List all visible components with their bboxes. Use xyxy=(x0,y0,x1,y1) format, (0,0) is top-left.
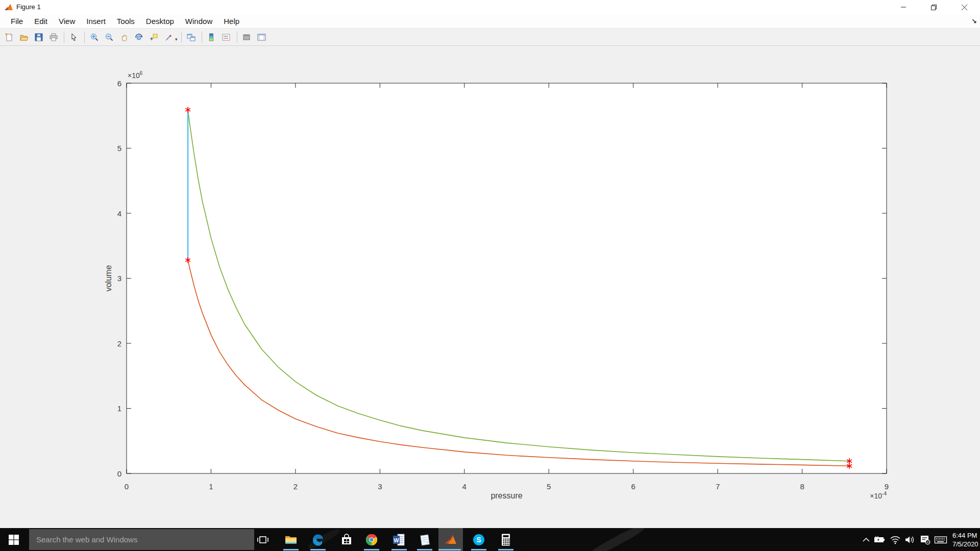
link-plot-button[interactable] xyxy=(184,31,198,44)
taskbar-calculator[interactable] xyxy=(495,528,517,551)
edge-icon xyxy=(311,533,325,546)
pointer-icon xyxy=(69,33,79,42)
show-plot-tools-icon xyxy=(257,33,266,42)
x-axis-label: pressure xyxy=(491,491,522,500)
action-center-icon xyxy=(920,535,931,545)
running-indicator xyxy=(417,549,432,550)
zoom-in-button[interactable] xyxy=(87,31,101,44)
zoom-out-button[interactable] xyxy=(102,31,116,44)
taskbar-store[interactable] xyxy=(335,528,358,551)
close-button[interactable] xyxy=(951,0,977,14)
chrome-icon xyxy=(365,533,378,546)
figure-toolbar: ▾ xyxy=(0,29,980,46)
word-icon: W xyxy=(393,533,406,546)
show-plot-tools-button[interactable] xyxy=(255,31,268,44)
svg-text:5: 5 xyxy=(547,482,551,491)
notes-app-icon xyxy=(418,533,431,546)
insert-colorbar-button[interactable] xyxy=(205,31,218,44)
figure-titlebar: Figure 1 xyxy=(0,0,980,14)
keyboard-icon xyxy=(934,535,947,544)
running-indicator xyxy=(438,549,461,550)
svg-text:0: 0 xyxy=(117,469,121,478)
new-figure-icon xyxy=(5,33,14,42)
tray-clock[interactable]: 6:44 PM 7/5/2020 xyxy=(952,531,980,548)
taskbar-chrome[interactable] xyxy=(360,528,383,551)
new-figure-button[interactable] xyxy=(2,31,16,44)
task-view-button[interactable] xyxy=(252,528,274,551)
toolbar-separator xyxy=(202,32,202,43)
tray-volume[interactable] xyxy=(902,530,918,550)
data-cursor-button[interactable] xyxy=(146,31,160,44)
start-button[interactable] xyxy=(6,532,21,547)
tray-touch-keyboard[interactable] xyxy=(933,530,948,550)
tray-network[interactable] xyxy=(888,530,903,550)
insert-legend-button[interactable] xyxy=(219,31,233,44)
menu-insert[interactable]: Insert xyxy=(81,14,111,28)
save-icon xyxy=(34,33,43,42)
wifi-icon xyxy=(890,535,901,544)
svg-text:5: 5 xyxy=(117,144,121,153)
svg-text:4: 4 xyxy=(462,482,467,491)
brush-data-button[interactable] xyxy=(161,31,175,44)
svg-text:2: 2 xyxy=(293,482,298,491)
open-file-icon xyxy=(19,33,29,42)
taskbar-search-input[interactable]: Search the web and Windows xyxy=(29,529,254,550)
taskbar-edge[interactable] xyxy=(307,528,329,551)
battery-icon xyxy=(873,536,886,544)
file-explorer-icon xyxy=(284,533,298,546)
toolbar-separator xyxy=(237,32,237,43)
brush-dropdown-caret-icon[interactable]: ▾ xyxy=(175,37,178,42)
running-indicator xyxy=(283,549,299,550)
windows-taskbar: Search the web and Windows xyxy=(0,528,980,551)
svg-text:0: 0 xyxy=(125,482,129,491)
running-indicator xyxy=(471,549,486,550)
rotate-3d-button[interactable] xyxy=(132,31,145,44)
print-figure-button[interactable] xyxy=(46,31,60,44)
svg-text:7: 7 xyxy=(716,482,720,491)
svg-text:1: 1 xyxy=(117,404,121,413)
restore-icon xyxy=(930,4,937,11)
tray-battery[interactable] xyxy=(872,530,887,550)
taskbar-notes-app[interactable] xyxy=(413,528,436,551)
running-indicator xyxy=(364,549,379,550)
calculator-icon xyxy=(499,533,512,546)
toolbar-overflow-arrow-icon[interactable]: ↘ xyxy=(971,17,977,25)
legend-icon xyxy=(222,33,231,42)
menu-window[interactable]: Window xyxy=(180,14,218,28)
taskbar-word[interactable]: W xyxy=(388,528,410,551)
menu-tools[interactable]: Tools xyxy=(111,14,140,28)
svg-text:3: 3 xyxy=(117,274,121,283)
menu-file[interactable]: File xyxy=(5,14,29,28)
svg-text:9: 9 xyxy=(885,482,889,491)
hide-plot-tools-icon xyxy=(242,33,251,42)
edit-plot-button[interactable] xyxy=(67,31,81,44)
menu-view[interactable]: View xyxy=(53,14,81,28)
zoom-in-icon xyxy=(90,33,99,42)
open-file-button[interactable] xyxy=(17,31,31,44)
window-title: Figure 1 xyxy=(16,0,41,14)
running-indicator xyxy=(310,549,326,550)
matlab-logo-icon xyxy=(4,3,13,12)
running-indicator xyxy=(391,549,407,550)
save-figure-button[interactable] xyxy=(32,31,45,44)
toolbar-separator xyxy=(84,32,85,43)
matlab-icon xyxy=(444,533,457,546)
menu-edit[interactable]: Edit xyxy=(29,14,53,28)
svg-text:4: 4 xyxy=(117,209,121,218)
x-axis-exponent: ×10-4 xyxy=(870,491,887,500)
hide-plot-tools-button[interactable] xyxy=(240,31,254,44)
colorbar-icon xyxy=(207,33,216,42)
menu-desktop[interactable]: Desktop xyxy=(140,14,180,28)
search-placeholder: Search the web and Windows xyxy=(29,535,137,544)
menu-help[interactable]: Help xyxy=(218,14,245,28)
pan-button[interactable] xyxy=(117,31,131,44)
menu-bar: File Edit View Insert Tools Desktop Wind… xyxy=(0,14,980,29)
restore-button[interactable] xyxy=(921,0,946,14)
taskbar-file-explorer[interactable] xyxy=(280,528,302,551)
clock-date: 7/5/2020 xyxy=(952,540,980,548)
tray-action-center[interactable] xyxy=(918,530,933,550)
brush-icon xyxy=(164,33,173,42)
taskbar-skype[interactable]: S xyxy=(468,528,490,551)
taskbar-matlab[interactable] xyxy=(438,528,463,551)
minimize-button[interactable] xyxy=(891,0,916,14)
